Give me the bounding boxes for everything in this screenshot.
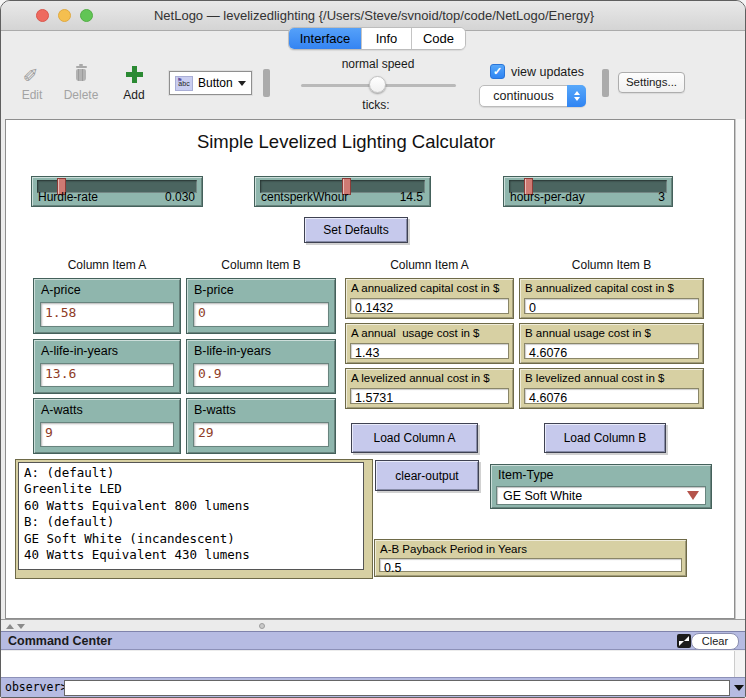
slider-hurdle-rate: Hurdle-rate 0.030 <box>31 176 203 207</box>
input-a-watts: A-watts 9 <box>33 398 181 454</box>
slider-name: hours-per-day <box>510 190 585 204</box>
observer-prompt: observer> <box>5 678 67 698</box>
update-mode-value: continuous <box>480 89 567 103</box>
monitor-b-annualized-capital-cost: B annualized capital cost in $ 0 <box>519 278 704 319</box>
monitor-b-annual-usage-cost: B annual usage cost in $ 4.6076 <box>519 323 704 364</box>
minimize-window-button[interactable] <box>58 9 71 22</box>
model-title: Simple Levelized Lighting Calculator <box>96 131 596 153</box>
delete-button-label: Delete <box>64 88 99 102</box>
monitor-label: A levelized annual cost in $ <box>351 372 490 384</box>
toolbar-separator <box>263 69 270 97</box>
monitor-b-levelized-annual-cost: B levelized annual cost in $ 4.6076 <box>519 368 704 409</box>
tab-code[interactable]: Code <box>412 28 465 49</box>
input-field[interactable]: 13.6 <box>40 363 174 387</box>
input-label: A-price <box>41 283 81 297</box>
history-dropdown-icon[interactable] <box>734 685 744 691</box>
monitor-label: B annualized capital cost in $ <box>525 282 674 294</box>
tab-info[interactable]: Info <box>362 28 412 49</box>
monitor-label: A annualized capital cost in $ <box>351 282 499 294</box>
input-field[interactable]: 1.58 <box>40 302 174 327</box>
expand-icon[interactable] <box>677 634 691 648</box>
monitor-value: 0.5 <box>379 558 682 572</box>
add-button[interactable]: Add <box>116 61 152 102</box>
trash-icon <box>75 66 88 82</box>
edit-button[interactable]: ✎ Edit <box>14 61 50 102</box>
monitor-payback-period: A-B Payback Period in Years 0.5 <box>374 539 687 577</box>
clear-button[interactable]: Clear <box>691 633 739 650</box>
close-window-button[interactable] <box>36 9 49 22</box>
toolbar-separator <box>602 69 609 97</box>
monitor-value: 0.1432 <box>350 298 509 314</box>
input-b-price: B-price 0 <box>186 278 336 334</box>
ticks-label: ticks: <box>331 98 421 112</box>
splitter-down-arrow-icon[interactable] <box>17 624 25 629</box>
input-label: B-price <box>194 283 234 297</box>
edit-button-label: Edit <box>22 88 43 102</box>
settings-button[interactable]: Settings... <box>618 72 685 93</box>
item-type-chooser: Item-Type GE Soft White <box>490 464 712 509</box>
main-tabs: Interface Info Code <box>288 27 466 50</box>
load-column-a-button[interactable]: Load Column A <box>351 423 478 453</box>
monitors-column-a-header: Column Item A <box>345 258 514 272</box>
monitor-label: B levelized annual cost in $ <box>525 372 664 384</box>
view-updates-checkbox[interactable]: ✓ <box>490 64 505 79</box>
log-scrollbar-track[interactable] <box>734 651 746 677</box>
command-center-header: Command Center Clear <box>1 631 746 650</box>
delete-button[interactable]: Delete <box>59 61 103 102</box>
slider-hours-per-day: hours-per-day 3 <box>503 176 673 207</box>
input-label: B-watts <box>194 403 236 417</box>
input-a-life-in-years: A-life-in-years 13.6 <box>33 339 181 394</box>
command-center-title: Command Center <box>8 632 112 651</box>
monitor-value: 4.6076 <box>524 343 699 359</box>
vertical-scrollbar-track[interactable] <box>735 119 746 619</box>
command-input-row: observer> <box>1 677 746 697</box>
input-b-life-in-years: B-life-in-years 0.9 <box>186 339 336 394</box>
input-label: A-watts <box>41 403 83 417</box>
input-field[interactable]: 0 <box>193 302 329 327</box>
dropdown-arrow-icon <box>687 491 699 500</box>
command-input[interactable] <box>64 680 730 696</box>
input-label: B-life-in-years <box>194 344 271 358</box>
button-widget-icon: ⚑abc <box>175 76 193 91</box>
input-field[interactable]: 0.9 <box>193 363 329 387</box>
widget-type-dropdown[interactable]: ⚑abc Button <box>169 71 252 95</box>
netlogo-window: NetLogo — levelizedlighting {/Users/Stev… <box>0 0 746 698</box>
slider-name: Hurdle-rate <box>38 190 98 204</box>
load-column-b-button[interactable]: Load Column B <box>544 423 666 453</box>
speed-slider-thumb[interactable] <box>369 76 386 93</box>
monitor-value: 4.6076 <box>524 388 699 404</box>
monitor-a-annualized-capital-cost: A annualized capital cost in $ 0.1432 <box>345 278 514 319</box>
inputs-column-a-header: Column Item A <box>33 258 181 272</box>
splitter-up-arrow-icon[interactable] <box>6 624 14 629</box>
set-defaults-button[interactable]: Set Defaults <box>304 217 408 243</box>
input-field[interactable]: 9 <box>40 422 174 447</box>
add-button-label: Add <box>123 88 144 102</box>
monitor-a-annual-usage-cost: A annual usage cost in $ 1.43 <box>345 323 514 364</box>
chooser-label: Item-Type <box>498 468 554 482</box>
output-area: A: (default) Greenlite LED 60 Watts Equi… <box>15 459 373 579</box>
tab-interface[interactable]: Interface <box>289 28 362 49</box>
command-center-splitter[interactable] <box>1 619 746 631</box>
plus-icon <box>126 66 143 83</box>
speed-slider-label: normal speed <box>308 57 448 71</box>
input-field[interactable]: 29 <box>193 422 329 447</box>
input-b-watts: B-watts 29 <box>186 398 336 454</box>
monitor-value: 0 <box>524 298 699 314</box>
pencil-icon: ✎ <box>22 66 41 82</box>
monitor-a-levelized-annual-cost: A levelized annual cost in $ 1.5731 <box>345 368 514 409</box>
monitors-column-b-header: Column Item B <box>519 258 704 272</box>
update-mode-dropdown[interactable]: continuous <box>479 85 586 107</box>
output-text: A: (default) Greenlite LED 60 Watts Equi… <box>18 462 364 570</box>
stepper-arrows-icon <box>567 85 586 107</box>
monitor-label: A-B Payback Period in Years <box>380 543 527 555</box>
monitor-label: A annual usage cost in $ <box>351 327 480 339</box>
item-type-select[interactable]: GE Soft White <box>496 486 706 505</box>
splitter-grip-icon[interactable] <box>259 623 265 629</box>
slider-value: 14.5 <box>400 190 423 204</box>
slider-name: centsperkWhour <box>261 190 348 204</box>
slider-centsperkwhour: centsperkWhour 14.5 <box>254 176 431 207</box>
monitor-value: 1.5731 <box>350 388 509 404</box>
clear-output-button[interactable]: clear-output <box>375 460 479 491</box>
monitor-label: B annual usage cost in $ <box>525 327 651 339</box>
zoom-window-button[interactable] <box>80 9 93 22</box>
